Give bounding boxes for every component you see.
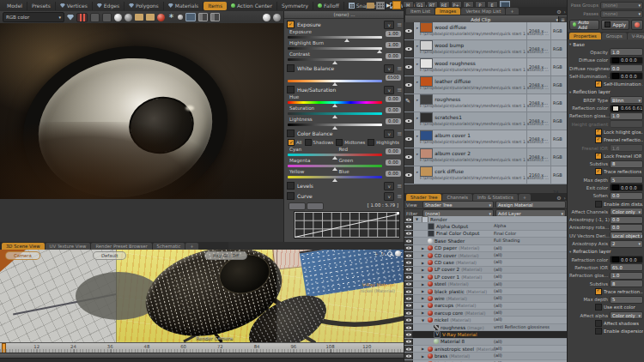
expand-arrow-icon[interactable]: ▶: [422, 289, 426, 293]
folder-open-icon[interactable]: [146, 14, 155, 21]
visibility-toggle[interactable]: [404, 324, 413, 330]
tab[interactable]: Properties: [569, 33, 601, 39]
tab[interactable]: Vertex Map List: [461, 8, 505, 15]
color-swatch[interactable]: [612, 256, 619, 262]
layout-split-icon-1[interactable]: [198, 13, 208, 21]
property-value-field[interactable]: Local object axis▾: [610, 232, 643, 239]
expand-arrow-icon[interactable]: [416, 152, 418, 156]
clip-row[interactable]: wood roughness F:\Dropbox\pics\tutorials…: [404, 58, 568, 76]
menu-icon[interactable]: ≡: [397, 21, 402, 28]
visibility-toggle[interactable]: [404, 353, 413, 359]
visibility-toggle[interactable]: [404, 303, 413, 309]
property-row[interactable]: Soften 0.0▾: [568, 192, 644, 200]
expand-arrow-icon[interactable]: [416, 170, 418, 174]
tab[interactable]: Images: [435, 8, 460, 15]
menu-item[interactable]: Model: [3, 2, 27, 10]
property-row[interactable]: Self-Illumination ... ▾: [568, 80, 644, 87]
pan-icon[interactable]: +: [374, 250, 378, 256]
chevron-right-icon[interactable]: ›: [564, 9, 566, 15]
property-row[interactable]: Self-Illumination ... 0.0 0.0▾: [568, 72, 644, 80]
slider-row[interactable]: Yellow Blue 0.00: [288, 169, 401, 180]
expand-arrow-icon[interactable]: [416, 98, 418, 102]
property-value-field[interactable]: 0.0 0.0▾: [610, 184, 643, 191]
expand-arrow-icon[interactable]: ▶: [422, 296, 426, 300]
property-checkbox[interactable]: [595, 168, 602, 175]
shader-item[interactable]: ▶ wire (Material): [413, 295, 568, 301]
slider-track[interactable]: [288, 176, 382, 178]
property-checkbox[interactable]: [595, 136, 602, 143]
expand-arrow-icon[interactable]: [416, 44, 418, 48]
property-row[interactable]: Affect Channels Color only▾: [568, 208, 644, 215]
visibility-toggle[interactable]: [404, 231, 413, 237]
property-value-field[interactable]: 0.66 0.61▾: [610, 105, 643, 112]
v-toggle-icon[interactable]: v: [384, 64, 394, 73]
folder-icon[interactable]: [367, 3, 374, 9]
red-sphere-icon[interactable]: [157, 14, 165, 21]
visibility-toggle[interactable]: [404, 317, 413, 323]
small-sphere-icon[interactable]: [178, 15, 183, 20]
shader-tree-row[interactable]: V-Ray Material: [404, 331, 568, 338]
slider-track[interactable]: [288, 154, 382, 156]
shader-item[interactable]: ▶ earcups (Material): [413, 303, 568, 309]
visibility-toggle[interactable]: [404, 274, 413, 280]
tab[interactable]: V-Ray To...: [628, 33, 644, 39]
clip-row[interactable]: wood diffuse F:\Dropbox\pics\tutorials\V…: [404, 22, 568, 40]
zoom-icon[interactable]: [387, 251, 392, 256]
visibility-toggle[interactable]: [404, 112, 414, 130]
visibility-toggle[interactable]: [404, 331, 413, 337]
color-balance-scope-checkbox[interactable]: Midtones: [336, 139, 365, 146]
property-row[interactable]: Enable dim dista... ▾: [568, 200, 644, 208]
slider-value-field[interactable]: 0.00: [386, 107, 401, 113]
visibility-toggle[interactable]: [404, 346, 413, 352]
expand-arrow-icon[interactable]: ▶: [422, 304, 426, 308]
play-icon[interactable]: ▶: [386, 2, 391, 9]
property-row[interactable]: Refraction color 0.0 0.0▾: [568, 256, 644, 263]
ball-icon[interactable]: [263, 14, 270, 21]
gear-icon[interactable]: ⚙: [556, 195, 561, 201]
visibility-toggle[interactable]: [404, 130, 414, 148]
expand-arrow-icon[interactable]: ▼: [416, 217, 420, 221]
clip-row[interactable]: roughness F:\Dropbox\pics\tutorials\Vray…: [404, 94, 568, 112]
clip-row[interactable]: scratches1 F:\Dropbox\pics\tutorials\Vra…: [404, 112, 568, 130]
visibility-toggle[interactable]: [404, 22, 414, 39]
viewport-mode-pill[interactable]: Default: [93, 251, 126, 260]
slider-value-field[interactable]: 0.00: [386, 118, 401, 124]
property-row[interactable]: Use exit color ▾: [568, 304, 644, 311]
color-swatch[interactable]: [612, 57, 619, 63]
shader-tree-row[interactable]: ▶ brass (Material) (all): [404, 353, 568, 359]
expand-arrow-icon[interactable]: ▶: [422, 253, 426, 257]
property-row[interactable]: UV Vectors Deri... Local object axis▾: [568, 232, 644, 239]
slider-value-field[interactable]: 1.00: [386, 31, 401, 37]
section-header-color-balance[interactable]: Color Balance v ≡: [287, 129, 402, 138]
slider-handle[interactable]: [332, 61, 337, 64]
shader-item[interactable]: ▶ CD paper (Material): [413, 245, 568, 251]
shader-item[interactable]: ▶ black plastic (Material): [413, 288, 568, 294]
shader-item[interactable]: ▶ steel (Material): [413, 281, 568, 287]
clip-row[interactable]: leather diffuse F:\Dropbox\pics\tutorial…: [404, 76, 568, 94]
menu-item[interactable]: Edges: [93, 2, 125, 10]
active-layout-icon[interactable]: [392, 1, 401, 9]
property-value-field[interactable]: 0.0▾: [610, 216, 643, 224]
visibility-toggle[interactable]: [404, 166, 414, 184]
slider-row[interactable]: Highlight Burn 1.00: [288, 40, 401, 51]
curve-button-2[interactable]: [307, 202, 324, 210]
tab[interactable]: +: [519, 194, 531, 201]
property-row[interactable]: Reflection layer ▾: [568, 88, 644, 96]
slider-handle[interactable]: [332, 126, 337, 130]
property-checkbox[interactable]: [595, 81, 602, 87]
shader-item[interactable]: Base Shader: [413, 238, 568, 244]
view-menu-icon[interactable]: [395, 250, 401, 256]
menu-icon[interactable]: ≡: [558, 16, 567, 22]
property-row[interactable]: Subdivs 8▾: [568, 160, 644, 167]
expand-arrow-icon[interactable]: ▼: [422, 318, 426, 323]
sphere-white-icon[interactable]: [114, 14, 122, 21]
section-header-levels[interactable]: Levels v ≡: [287, 181, 402, 190]
slider-handle[interactable]: [332, 82, 337, 86]
shader-tree-row[interactable]: Base Shader Full Shading: [404, 238, 568, 244]
property-value-field[interactable]: 0.0 0.0▾: [610, 72, 643, 80]
shader-tree-row[interactable]: roughness (Image) vmtl Reflection glossi…: [404, 324, 568, 331]
shader-item[interactable]: ▶ LP cover 2 (Material): [413, 267, 568, 273]
tab[interactable]: 3D Scene View: [2, 243, 45, 250]
clip-row[interactable]: album cover 2 F:\Dropbox\pics\tutorials\…: [404, 148, 568, 166]
tab[interactable]: Item List: [406, 8, 434, 15]
